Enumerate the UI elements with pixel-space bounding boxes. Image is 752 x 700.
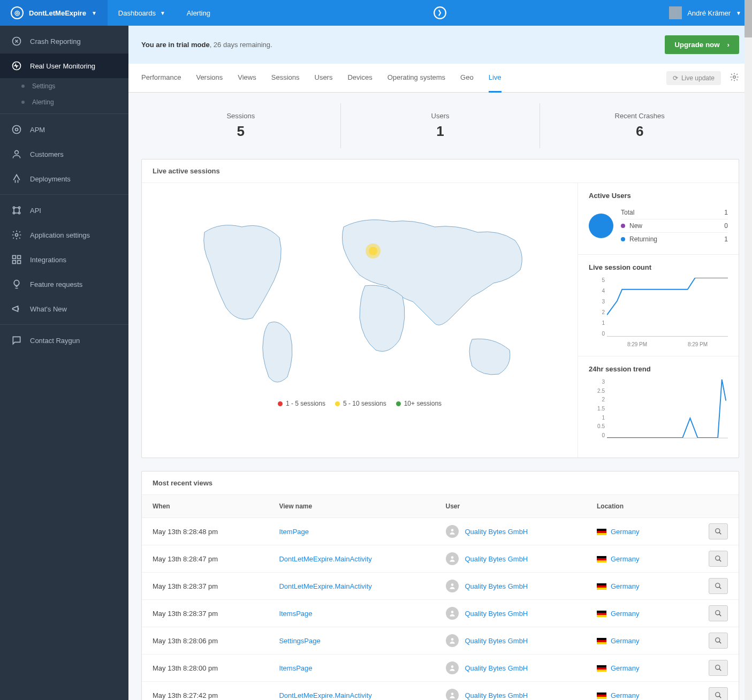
- sidebar-item-feature-requests[interactable]: Feature requests: [0, 272, 128, 296]
- sidebar-item-application-settings[interactable]: Application settings: [0, 223, 128, 247]
- app-switcher[interactable]: ◎ DontLetMeExpire ▼: [0, 0, 108, 26]
- sidebar-item-integrations[interactable]: Integrations: [0, 247, 128, 272]
- sidebar-item-label: Application settings: [30, 231, 90, 239]
- panel-title: Most recent views: [142, 471, 739, 495]
- legend-item: 1 - 5 sessions: [278, 400, 325, 407]
- scrollbar-thumb[interactable]: [745, 0, 752, 37]
- location-link[interactable]: Germany: [611, 582, 639, 590]
- refresh-icon: ⟳: [673, 74, 678, 82]
- sidebar-item-apm[interactable]: APM: [0, 117, 128, 142]
- svg-point-17: [369, 247, 377, 255]
- sidebar-item-crash-reporting[interactable]: Crash Reporting: [0, 29, 128, 54]
- legend-dot-icon: [396, 401, 401, 406]
- inspect-button[interactable]: [709, 687, 728, 700]
- tick: 8:29 PM: [688, 341, 708, 347]
- sidebar-item-api[interactable]: API: [0, 198, 128, 223]
- sidebar-item-customers[interactable]: Customers: [0, 142, 128, 166]
- sidebar-subitem-alerting[interactable]: Alerting: [0, 94, 128, 110]
- app-name: DontLetMeExpire: [29, 9, 86, 17]
- subitem-label: Settings: [32, 82, 55, 90]
- view-link[interactable]: DontLetMeExpire.MainActivity: [279, 555, 371, 563]
- tab-sessions[interactable]: Sessions: [271, 64, 300, 92]
- upgrade-button[interactable]: Upgrade now ›: [665, 35, 739, 54]
- au-label: Total: [621, 209, 634, 216]
- tick: 1.5: [589, 406, 605, 412]
- view-link[interactable]: DontLetMeExpire.MainActivity: [279, 582, 371, 590]
- tab-operating-systems[interactable]: Operating systems: [388, 64, 445, 92]
- bulb-icon: [11, 278, 22, 290]
- table-row: May 13th 8:28:00 pmItemsPageQuality Byte…: [142, 655, 739, 682]
- user-avatar-icon: [446, 607, 459, 620]
- inspect-button[interactable]: [709, 551, 728, 567]
- user-link[interactable]: Quality Bytes GmbH: [465, 582, 528, 590]
- cell-when: May 13th 8:28:37 pm: [142, 600, 268, 627]
- upgrade-label: Upgrade now: [674, 41, 719, 49]
- tab-versions[interactable]: Versions: [196, 64, 223, 92]
- inspect-button[interactable]: [709, 605, 728, 621]
- world-map[interactable]: 1 - 5 sessions5 - 10 sessions10+ session…: [142, 183, 578, 458]
- view-link[interactable]: DontLetMeExpire.MainActivity: [279, 691, 371, 699]
- view-link[interactable]: SettingsPage: [279, 637, 320, 645]
- user-link[interactable]: Quality Bytes GmbH: [465, 691, 528, 699]
- user-menu[interactable]: André Krämer ▼: [658, 6, 752, 19]
- gear-icon: [11, 229, 22, 241]
- sidebar-item-real-user-monitoring[interactable]: Real User Monitoring: [0, 54, 128, 78]
- sidebar-item-deployments[interactable]: Deployments: [0, 166, 128, 191]
- tab-geo[interactable]: Geo: [460, 64, 474, 92]
- live-session-count-block: Live session count 543210 8:29 PM8:29 PM: [578, 255, 739, 356]
- trial-text-rest: , 26 days remaining.: [210, 41, 272, 49]
- pie-icon: [589, 214, 613, 238]
- tab-devices[interactable]: Devices: [347, 64, 372, 92]
- au-label: New: [629, 222, 642, 230]
- center-logo: [221, 6, 658, 20]
- tick: 0.5: [589, 424, 605, 429]
- location-link[interactable]: Germany: [611, 528, 639, 536]
- gear-icon[interactable]: [730, 72, 739, 83]
- tab-live[interactable]: Live: [489, 64, 502, 93]
- location-link[interactable]: Germany: [611, 691, 639, 699]
- nav-alerting[interactable]: Alerting: [176, 0, 221, 26]
- tab-users[interactable]: Users: [315, 64, 333, 92]
- col-header: User: [435, 495, 586, 518]
- nav-dashboards[interactable]: Dashboards ▼: [108, 0, 176, 26]
- view-link[interactable]: ItemPage: [279, 528, 309, 536]
- panel-title: Live active sessions: [142, 159, 739, 183]
- tabs: PerformanceVersionsViewsSessionsUsersDev…: [141, 64, 666, 92]
- view-link[interactable]: ItemsPage: [279, 610, 312, 618]
- user-avatar-icon: [446, 634, 459, 647]
- tick: 3: [589, 299, 605, 305]
- app-icon: ◎: [11, 6, 24, 19]
- location-link[interactable]: Germany: [611, 555, 639, 563]
- tab-views[interactable]: Views: [238, 64, 256, 92]
- user-link[interactable]: Quality Bytes GmbH: [465, 637, 528, 645]
- inspect-button[interactable]: [709, 660, 728, 676]
- location-link[interactable]: Germany: [611, 664, 639, 672]
- block-title: 24hr session trend: [589, 365, 728, 373]
- flag-icon: [597, 556, 606, 562]
- sidebar-subitem-settings[interactable]: Settings: [0, 78, 128, 94]
- inspect-button[interactable]: [709, 633, 728, 649]
- sidebar-item-label: Deployments: [30, 175, 71, 183]
- cell-when: May 13th 8:28:00 pm: [142, 655, 268, 682]
- sidebar-item-what's-new[interactable]: What's New: [0, 296, 128, 321]
- sidebar-item-contact-raygun[interactable]: Contact Raygun: [0, 328, 128, 353]
- location-link[interactable]: Germany: [611, 610, 639, 618]
- live-update-toggle[interactable]: ⟳ Live update: [666, 71, 721, 85]
- svg-point-3: [13, 126, 21, 134]
- topbar: ◎ DontLetMeExpire ▼ Dashboards ▼ Alertin…: [0, 0, 752, 26]
- user-link[interactable]: Quality Bytes GmbH: [465, 610, 528, 618]
- sidebar-item-label: Customers: [30, 150, 64, 158]
- inspect-button[interactable]: [709, 523, 728, 539]
- trend-block: 24hr session trend 32.521.510.50: [578, 356, 739, 458]
- svg-rect-11: [13, 256, 16, 259]
- kpi-recent-crashes: Recent Crashes6: [540, 103, 739, 148]
- user-link[interactable]: Quality Bytes GmbH: [465, 555, 528, 563]
- user-link[interactable]: Quality Bytes GmbH: [465, 664, 528, 672]
- view-link[interactable]: ItemsPage: [279, 664, 312, 672]
- legend-item: 5 - 10 sessions: [335, 400, 386, 407]
- inspect-button[interactable]: [709, 578, 728, 594]
- tab-performance[interactable]: Performance: [141, 64, 181, 92]
- location-link[interactable]: Germany: [611, 637, 639, 645]
- user-link[interactable]: Quality Bytes GmbH: [465, 528, 528, 536]
- scrollbar[interactable]: [745, 0, 752, 700]
